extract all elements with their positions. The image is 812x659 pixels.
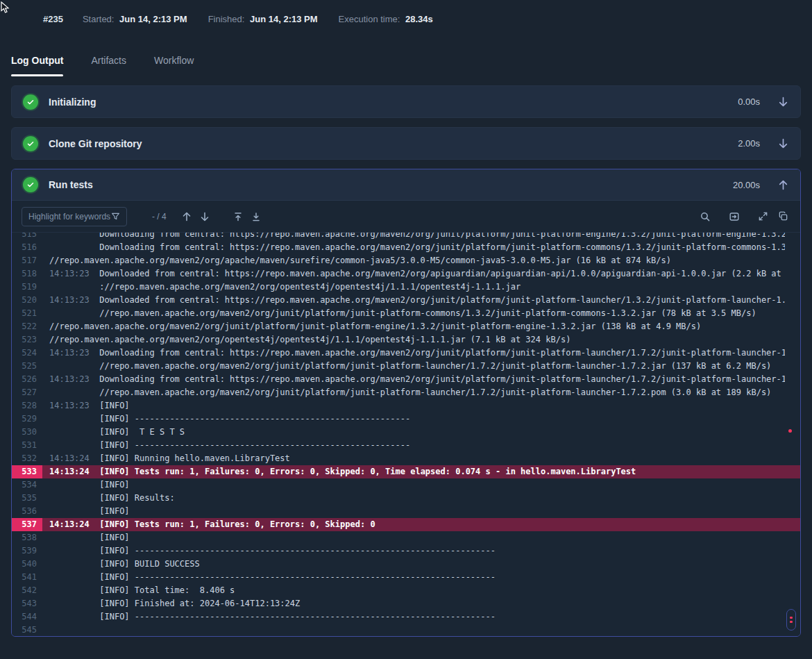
line-number[interactable]: 519: [12, 281, 42, 294]
line-content: ://repo.maven.apache.org/maven2/org/open…: [42, 281, 785, 294]
line-number[interactable]: 521: [12, 307, 42, 320]
line-number[interactable]: 527: [12, 386, 42, 399]
log-line: 53314:13:24 [INFO] Tests run: 1, Failure…: [12, 465, 800, 478]
line-number[interactable]: 536: [12, 505, 42, 518]
scroll-to-top-button[interactable]: [230, 209, 246, 224]
log-line: 544 [INFO] -----------------------------…: [12, 610, 800, 624]
line-number[interactable]: 533: [12, 465, 42, 478]
step-duration: 0.00s: [738, 97, 760, 107]
line-timestamp: 14:13:23: [49, 269, 99, 278]
line-content: //repo.maven.apache.org/maven2/org/junit…: [42, 320, 785, 333]
line-content: //repo.maven.apache.org/maven2/org/opent…: [42, 333, 785, 347]
line-number[interactable]: 517: [12, 254, 42, 267]
line-number[interactable]: 541: [12, 571, 42, 584]
next-match-button[interactable]: [197, 209, 212, 224]
collapse-arrow-up-icon[interactable]: [777, 179, 789, 191]
line-timestamp: 14:13:23: [49, 374, 99, 384]
copy-log-button[interactable]: [776, 209, 790, 224]
success-check-icon: [23, 177, 38, 192]
step-header-clone-git[interactable]: Clone Git repository 2.00s: [12, 128, 800, 159]
line-timestamp: 14:13:24: [49, 467, 99, 476]
expand-arrow-down-icon[interactable]: [777, 96, 789, 108]
prev-match-button[interactable]: [179, 209, 194, 224]
log-line: 531 [INFO] -----------------------------…: [12, 439, 800, 452]
line-number[interactable]: 528: [12, 399, 42, 412]
log-line: 527 //repo.maven.apache.org/maven2/org/j…: [12, 386, 800, 399]
line-content: [INFO] Total time: 8.406 s: [42, 584, 785, 597]
expand-arrow-down-icon[interactable]: [777, 137, 789, 149]
line-content: Downloading from central: https://repo.m…: [42, 241, 785, 254]
log-line: 515 Downloading from central: https://re…: [12, 233, 800, 241]
line-content: [42, 624, 785, 636]
line-number[interactable]: 542: [12, 584, 42, 597]
step-title: Run tests: [49, 179, 93, 190]
line-number[interactable]: 515: [12, 233, 42, 241]
line-content: //repo.maven.apache.org/maven2/org/junit…: [42, 386, 785, 399]
log-line: 540 [INFO] BUILD SUCCESS: [12, 558, 800, 571]
highlight-keywords-input[interactable]: Highlight for keywords: [22, 207, 127, 226]
wrap-lines-button[interactable]: [727, 209, 742, 224]
line-number[interactable]: 538: [12, 531, 42, 544]
line-number[interactable]: 544: [12, 610, 42, 624]
step-card-run-tests: Run tests 20.00s Highlight for keywords …: [11, 169, 801, 637]
line-content: [INFO] ---------------------------------…: [42, 439, 785, 452]
line-number[interactable]: 524: [12, 347, 42, 360]
tab-artifacts[interactable]: Artifacts: [91, 55, 126, 76]
tab-bar: Log Output Artifacts Workflow: [0, 55, 812, 76]
line-number[interactable]: 539: [12, 544, 42, 558]
step-header-initializing[interactable]: Initializing 0.00s: [12, 86, 800, 117]
scrollbar-thumb[interactable]: [786, 609, 796, 631]
line-number[interactable]: 534: [12, 478, 42, 492]
step-title: Clone Git repository: [49, 138, 142, 149]
log-line: 516 Downloading from central: https://re…: [12, 241, 800, 254]
search-button[interactable]: [697, 209, 713, 224]
log-line: 52414:13:23 Downloading from central: ht…: [12, 347, 800, 360]
line-number[interactable]: 545: [12, 624, 42, 636]
execution-time-label: Execution time:: [339, 14, 400, 24]
line-number[interactable]: 518: [12, 267, 42, 281]
line-content: 14:13:24 [INFO] Tests run: 1, Failures: …: [42, 518, 785, 531]
line-number[interactable]: 525: [12, 360, 42, 373]
line-number[interactable]: 520: [12, 294, 42, 307]
log-line: 522//repo.maven.apache.org/maven2/org/ju…: [12, 320, 800, 333]
line-number[interactable]: 529: [12, 412, 42, 426]
fullscreen-button[interactable]: [756, 209, 770, 224]
log-line: 53214:13:24 [INFO] Running hello.maven.L…: [12, 452, 800, 465]
line-number[interactable]: 537: [12, 518, 42, 531]
match-marker-dot: [788, 429, 792, 433]
step-title: Initializing: [49, 97, 96, 108]
line-number[interactable]: 532: [12, 452, 42, 465]
tab-log-output[interactable]: Log Output: [11, 55, 63, 76]
line-number[interactable]: 526: [12, 373, 42, 386]
line-timestamp: 14:13:24: [49, 519, 99, 529]
line-number[interactable]: 516: [12, 241, 42, 254]
line-number[interactable]: 535: [12, 492, 42, 505]
line-content: [INFO] ---------------------------------…: [42, 544, 785, 558]
line-content: //repo.maven.apache.org/maven2/org/junit…: [42, 307, 785, 320]
line-timestamp: 14:13:23: [49, 295, 99, 305]
line-content: //repo.maven.apache.org/maven2/org/apach…: [42, 254, 785, 267]
line-number[interactable]: 530: [12, 426, 42, 439]
success-check-icon: [23, 136, 38, 151]
line-number[interactable]: 522: [12, 320, 42, 333]
log-line: 525 //repo.maven.apache.org/maven2/org/j…: [12, 360, 800, 373]
line-content: [INFO]: [42, 531, 785, 544]
line-timestamp: 14:13:23: [49, 348, 99, 358]
log-line: 542 [INFO] Total time: 8.406 s: [12, 584, 800, 597]
line-number[interactable]: 540: [12, 558, 42, 571]
scroll-to-bottom-button[interactable]: [248, 209, 264, 224]
line-content: [INFO] Results:: [42, 492, 785, 505]
line-content: 14:13:24 [INFO] Tests run: 1, Failures: …: [42, 465, 785, 478]
line-content: [INFO] T E S T S: [42, 426, 785, 439]
line-content: //repo.maven.apache.org/maven2/org/junit…: [42, 360, 785, 373]
line-content: [INFO] ---------------------------------…: [42, 412, 785, 426]
step-duration: 20.00s: [733, 180, 760, 190]
log-line: 543 [INFO] Finished at: 2024-06-14T12:13…: [12, 597, 800, 610]
tab-workflow[interactable]: Workflow: [154, 55, 194, 76]
step-header-run-tests[interactable]: Run tests 20.00s: [12, 169, 800, 201]
line-number[interactable]: 543: [12, 597, 42, 610]
line-number[interactable]: 523: [12, 333, 42, 347]
finished-value: Jun 14, 2:13 PM: [250, 14, 318, 24]
log-line: 51814:13:23 Downloaded from central: htt…: [12, 267, 800, 281]
line-number[interactable]: 531: [12, 439, 42, 452]
